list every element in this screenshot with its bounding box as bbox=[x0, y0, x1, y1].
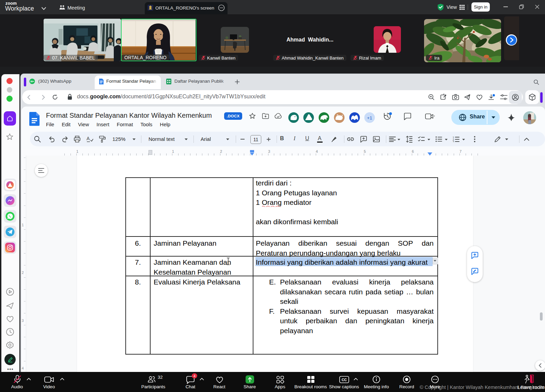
svg-text:3: 3 bbox=[453, 141, 454, 143]
svg-text:+1: +1 bbox=[367, 115, 372, 120]
svg-text:A: A bbox=[87, 136, 90, 141]
svg-text:99+: 99+ bbox=[30, 80, 34, 83]
svg-text:CC: CC bbox=[342, 378, 347, 382]
